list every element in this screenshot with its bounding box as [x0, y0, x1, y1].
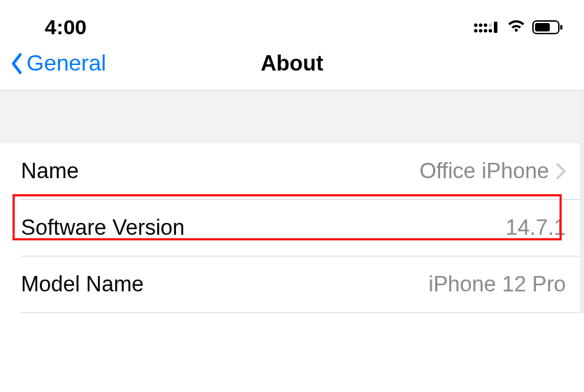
row-software-version: Software Version 14.7.1 — [0, 200, 580, 256]
row-label: Software Version — [21, 215, 184, 240]
content-area: Name Office iPhone Software Version 14.7… — [0, 91, 584, 313]
settings-list: Name Office iPhone Software Version 14.7… — [0, 143, 580, 313]
group-spacer — [0, 91, 580, 143]
row-value: 14.7.1 — [506, 215, 566, 240]
chevron-left-icon — [10, 52, 24, 75]
chevron-right-icon — [556, 163, 566, 180]
svg-point-3 — [489, 24, 492, 27]
status-bar: 4:00 — [0, 0, 584, 49]
back-button[interactable]: General — [10, 50, 106, 76]
svg-rect-8 — [494, 22, 497, 33]
svg-point-0 — [474, 24, 478, 27]
cellular-signal-icon — [474, 20, 500, 35]
svg-rect-10 — [535, 23, 550, 31]
svg-point-4 — [474, 29, 478, 33]
row-value: iPhone 12 Pro — [429, 272, 566, 297]
svg-point-2 — [484, 24, 488, 27]
row-model-name: Model Name iPhone 12 Pro — [0, 256, 580, 312]
back-label: General — [27, 50, 106, 76]
row-label: Name — [21, 159, 79, 184]
row-value: Office iPhone — [419, 159, 549, 184]
battery-icon — [532, 20, 563, 35]
svg-point-7 — [489, 29, 492, 33]
wifi-icon — [506, 18, 527, 36]
status-time: 4:00 — [45, 15, 87, 39]
status-icons — [474, 18, 563, 36]
nav-bar: General About — [0, 49, 584, 91]
row-label: Model Name — [21, 272, 144, 297]
svg-point-5 — [479, 29, 483, 33]
svg-point-1 — [479, 24, 483, 27]
separator — [21, 312, 580, 313]
svg-rect-11 — [560, 25, 562, 30]
row-name[interactable]: Name Office iPhone — [0, 143, 580, 199]
page-title: About — [261, 51, 323, 76]
svg-point-6 — [484, 29, 488, 33]
